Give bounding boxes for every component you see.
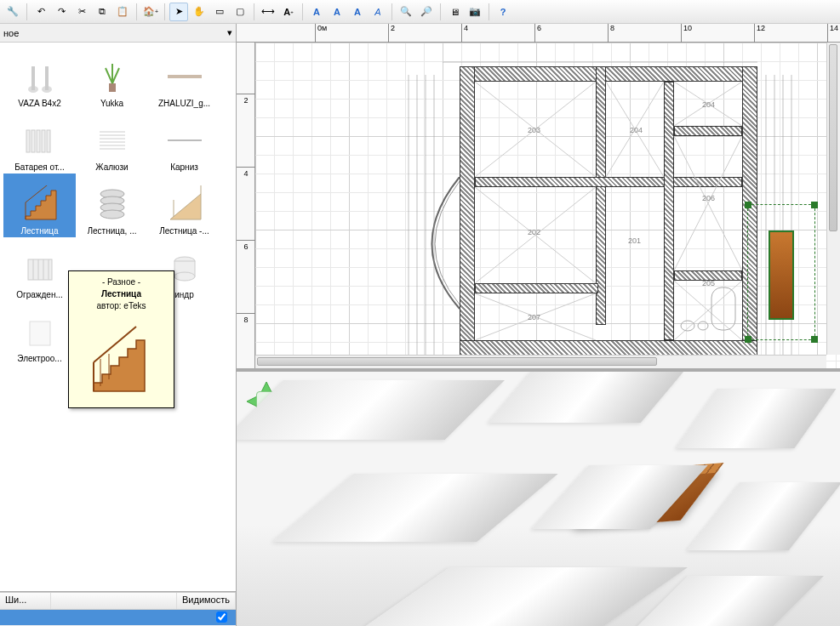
furniture-tooltip: - Разное - Лестница автор: eTeks (68, 270, 174, 408)
room-icon[interactable]: ▢ (231, 3, 249, 21)
furniture-item-zhaluzi[interactable]: ZHALUZI_g... (148, 46, 220, 110)
preview-3d-icon[interactable]: 🖥 (445, 3, 464, 21)
help-icon[interactable]: ? (494, 3, 512, 21)
furniture-item-vaza[interactable]: VAZA B4x2 (3, 46, 76, 110)
svg-rect-8 (37, 130, 40, 152)
tooltip-category: - Разное - (74, 276, 169, 288)
svg-rect-7 (31, 130, 35, 152)
furniture-item-yukka[interactable]: Yukka (76, 46, 148, 110)
category-label: ное (3, 28, 19, 38)
visibility-checkbox[interactable] (216, 612, 227, 623)
zoom-out-icon[interactable]: 🔍 (397, 3, 415, 21)
redo-icon[interactable]: ↷ (52, 3, 71, 21)
furniture-item-fence[interactable]: Огражден... (3, 237, 76, 301)
table-col-visibility[interactable]: Видимость (177, 593, 236, 609)
ruler-vertical: 2 4 6 8 10 (237, 43, 255, 368)
tooltip-name: Лестница (74, 288, 169, 300)
plan-view[interactable]: 🔒 0м 2 4 6 8 10 12 14 2 4 6 8 10 documen… (237, 24, 840, 371)
tool-wrench-icon[interactable]: 🔧 (3, 3, 22, 21)
svg-point-65 (681, 321, 694, 331)
main-toolbar: 🔧 ↶ ↷ ✂ ⧉ 📋 🏠+ ➤ ✋ ▭ ▢ ⟷ A+ A A A A 🔍 🔎 … (0, 0, 840, 24)
paste-icon[interactable]: 📋 (113, 3, 132, 21)
svg-rect-5 (168, 75, 202, 78)
svg-rect-9 (42, 130, 45, 152)
table-col-width[interactable]: Ши... (0, 593, 51, 609)
svg-rect-64 (711, 287, 735, 330)
furniture-item-spiral-stairs[interactable]: Лестница, ... (76, 174, 148, 237)
svg-rect-2 (31, 66, 35, 90)
svg-rect-3 (45, 66, 49, 90)
furniture-item-blinds[interactable]: Жалюзи (76, 110, 148, 174)
text-style2-icon[interactable]: A (328, 3, 346, 21)
furniture-item-stairs[interactable]: Лестница (3, 174, 76, 237)
furniture-sidebar: ное ▾ VAZA B4x2 Yukka ZHALUZI_g... Батар… (0, 24, 237, 626)
svg-rect-6 (26, 130, 30, 152)
table-col-spacer (51, 593, 177, 609)
stairs-object[interactable] (769, 230, 794, 320)
walls-3d (237, 372, 840, 626)
table-row[interactable] (0, 610, 236, 625)
text-italic-icon[interactable]: A (369, 3, 387, 21)
svg-point-33 (174, 272, 195, 281)
ruler-horizontal: 0м 2 4 6 8 10 12 14 (237, 24, 840, 43)
camera-icon[interactable]: 📷 (466, 3, 484, 21)
zoom-in-icon[interactable]: 🔎 (417, 3, 436, 21)
text-style1-icon[interactable]: A (307, 3, 326, 21)
text-bold-icon[interactable]: A (348, 3, 367, 21)
svg-rect-34 (30, 322, 50, 345)
room-204: 204 (702, 100, 715, 109)
furniture-item-stairs2[interactable]: Лестница -... (148, 174, 220, 237)
dimension-icon[interactable]: ⟷ (259, 3, 277, 21)
copy-icon[interactable]: ⧉ (93, 3, 111, 21)
bathroom-fixtures (679, 283, 739, 339)
tooltip-preview-icon (79, 317, 164, 402)
undo-icon[interactable]: ↶ (31, 3, 50, 21)
hand-icon[interactable]: ✋ (190, 3, 209, 21)
svg-rect-10 (47, 130, 50, 152)
cursor-icon[interactable]: ➤ (169, 3, 188, 21)
svg-rect-4 (109, 83, 116, 92)
cut-icon[interactable]: ✂ (72, 3, 91, 21)
plan-canvas[interactable]: document.write(Array.from({length:40},(_… (255, 43, 840, 368)
floorplan: 203 204 204 202 201 206 205 207 (409, 66, 766, 371)
category-dropdown[interactable]: ное ▾ (0, 24, 236, 43)
furniture-table: Ши... Видимость (0, 592, 236, 626)
view-3d[interactable] (237, 371, 840, 626)
text-icon[interactable]: A+ (279, 3, 298, 21)
add-furniture-icon[interactable]: 🏠+ (141, 3, 160, 21)
plan-scrollbar-v[interactable] (826, 43, 840, 355)
plan-scrollbar-h[interactable] (255, 355, 826, 368)
furniture-item-cornice[interactable]: Карниз (148, 110, 220, 174)
svg-point-66 (698, 322, 708, 330)
furniture-item-panel[interactable]: Электроо... (3, 301, 76, 365)
svg-point-23 (100, 210, 124, 219)
furniture-item-radiator[interactable]: Батарея от... (3, 110, 76, 174)
wall-icon[interactable]: ▭ (210, 3, 229, 21)
